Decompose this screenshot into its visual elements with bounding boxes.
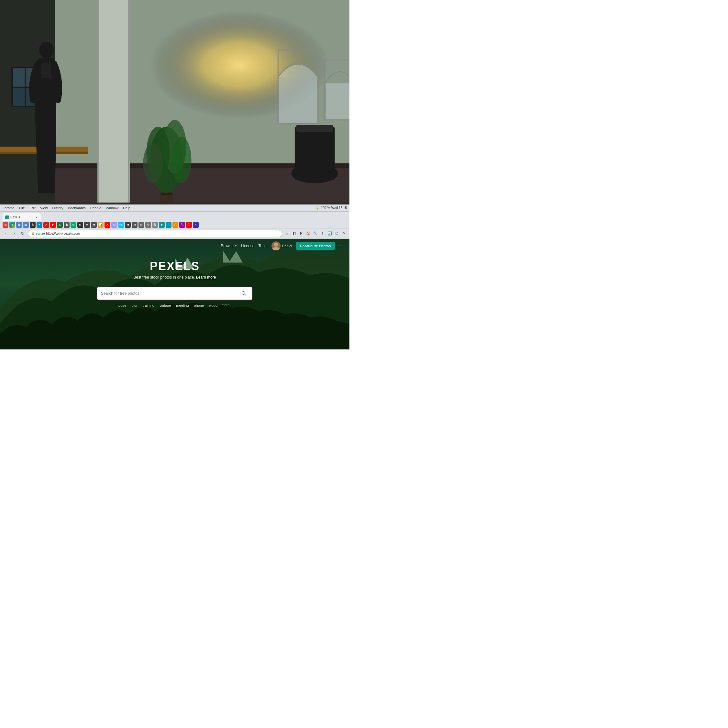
adobe-icon1[interactable]: A [104,222,110,228]
suggestion-phone[interactable]: phone [193,303,205,308]
adobe-icon2[interactable]: Ai [111,222,117,228]
suggestion-training[interactable]: training [141,303,156,308]
clipboard-icon[interactable]: 📋 [64,222,70,228]
ext-icon3[interactable]: 🔒 [30,222,35,228]
close-tab-icon[interactable]: ✕ [341,231,347,237]
pexels-website: Browse ▼ License Tools Daniel Contri [0,239,349,349]
menu-chrome[interactable]: hrome [3,205,17,211]
medium-icon4[interactable]: M [91,222,97,228]
search-bar[interactable]: Search for free photos... [97,287,252,300]
tab-favicon [5,216,9,219]
search-input[interactable]: Search for free photos... [101,291,237,296]
url-text: https://www.pexels.com [46,232,80,235]
menu-file[interactable]: File [17,205,27,211]
ext-url-icon3[interactable]: ⬇ [320,231,326,237]
reload-button[interactable]: ↻ [20,230,26,237]
svg-rect-21 [297,125,333,132]
ext-refresh[interactable]: 🔄 [152,222,158,228]
browse-nav-link[interactable]: Browse ▼ [221,244,237,248]
gmail-icon[interactable]: M [3,222,8,228]
medium-icon3[interactable]: M [84,222,90,228]
bookmark-star-icon[interactable]: ☆ [284,231,290,237]
search-suggestions: house blur training vintage meeting phon… [0,303,349,308]
excel-icon[interactable]: X [57,222,63,228]
license-nav-link[interactable]: License [241,244,254,248]
back-button[interactable]: ‹ [3,230,9,237]
tab-close-button[interactable]: ✕ [34,215,39,220]
pexels-logo: PEXELS [6,260,343,273]
telegram-icon[interactable]: ✈ [37,222,42,228]
ext-url-icon4[interactable]: 🔄 [327,231,333,237]
ext-diamond[interactable]: ◆ [159,222,165,228]
user-avatar [271,242,280,251]
ext-url-icon2[interactable]: 🔧 [312,231,318,237]
tab-bar: Pexels ✕ [0,212,349,221]
medium-icon2[interactable]: M [77,222,83,228]
time-display: Wed 16:15 [331,206,347,210]
forward-button[interactable]: › [11,230,17,237]
adobe-icon3[interactable]: Ps [118,222,124,228]
menu-history[interactable]: History [50,205,65,211]
pinterest-icon[interactable]: 𝗣 [298,231,304,237]
active-tab[interactable]: Pexels ✕ [3,213,41,221]
ext-gear[interactable]: ⚙ [145,222,151,228]
svg-point-34 [274,243,278,246]
suggestion-wood[interactable]: wood [208,303,219,308]
battery-percent: 100 % [321,206,330,210]
drive-icon[interactable]: ▲ [9,222,15,228]
svg-rect-20 [295,127,335,180]
calendar-icon2[interactable]: 📅 [23,222,29,228]
browse-dropdown-icon: ▼ [235,245,237,248]
system-icons: 🔋 100 % Wed 16:15 [315,206,347,210]
pexels-nav: Browse ▼ License Tools Daniel Contri [0,239,349,253]
chart-icon[interactable]: 📊 [98,222,104,228]
svg-point-29 [171,136,191,183]
ext-m1[interactable]: M [125,222,131,228]
url-bar: ‹ › ↻ 🔒 Secure https://www.pexels.com ☆ … [0,228,349,239]
url-input[interactable]: 🔒 Secure https://www.pexels.com [28,230,282,237]
menu-view[interactable]: View [38,205,50,211]
more-suggestions-link[interactable]: more → [221,303,234,308]
more-options-button[interactable]: ··· [339,243,343,249]
pdf-icon[interactable]: A [43,222,49,228]
menu-people[interactable]: People [88,205,103,211]
menu-help[interactable]: Help [121,205,132,211]
ext-m2[interactable]: M [132,222,138,228]
ext-world[interactable]: 🌐 [166,222,171,228]
youtube-icon[interactable]: ▶ [50,222,56,228]
ext-m3[interactable]: M [139,222,144,228]
menu-window[interactable]: Window [104,205,120,211]
ext-url-icon1[interactable]: 🏠 [306,231,311,237]
calendar-icon1[interactable]: 📅 [16,222,22,228]
menu-bookmarks[interactable]: Bookmarks [66,205,88,211]
svg-rect-16 [279,77,317,122]
ext-circle[interactable]: ⭕ [186,222,192,228]
suggestion-vintage[interactable]: vintage [158,303,172,308]
tools-nav-link[interactable]: Tools [258,244,268,248]
suggestion-blur[interactable]: blur [130,303,139,308]
svg-line-37 [245,294,246,295]
extension-toolbar: M ▲ 📅 📅 🔒 ✈ A ▶ X 📋 M M M M 📊 A Ai Ps M … [0,221,349,228]
user-profile[interactable]: Daniel [271,242,292,251]
suggestion-meeting[interactable]: meeting [175,303,190,308]
svg-rect-32 [41,63,52,78]
menu-edit[interactable]: Edit [28,205,38,211]
pexels-hero: PEXELS Best free stock photos in one pla… [0,253,349,287]
contribute-photos-button[interactable]: Contribute Photos [296,242,335,250]
user-name-display: Daniel [282,244,292,248]
tab-title: Pexels [10,216,33,219]
ext-x[interactable]: ✕ [193,222,199,228]
menu-bar: hrome File Edit View History Bookmarks P… [0,205,349,212]
secure-indicator: 🔒 Secure [31,232,45,235]
pexels-tagline: Best free stock photos in one place. Lea… [6,275,343,280]
suggestion-house[interactable]: house [115,303,127,308]
reader-icon[interactable]: ◧ [291,231,297,237]
learn-more-link[interactable]: Learn more [196,275,216,280]
ext-url-icon5[interactable]: ⬡ [334,231,340,237]
ext-tool[interactable]: 🔧 [179,222,185,228]
medium-icon1[interactable]: M [70,222,76,228]
search-submit-button[interactable] [239,289,248,298]
svg-point-30 [143,143,163,184]
ext-coin[interactable]: 💰 [173,222,178,228]
svg-rect-18 [326,84,349,119]
